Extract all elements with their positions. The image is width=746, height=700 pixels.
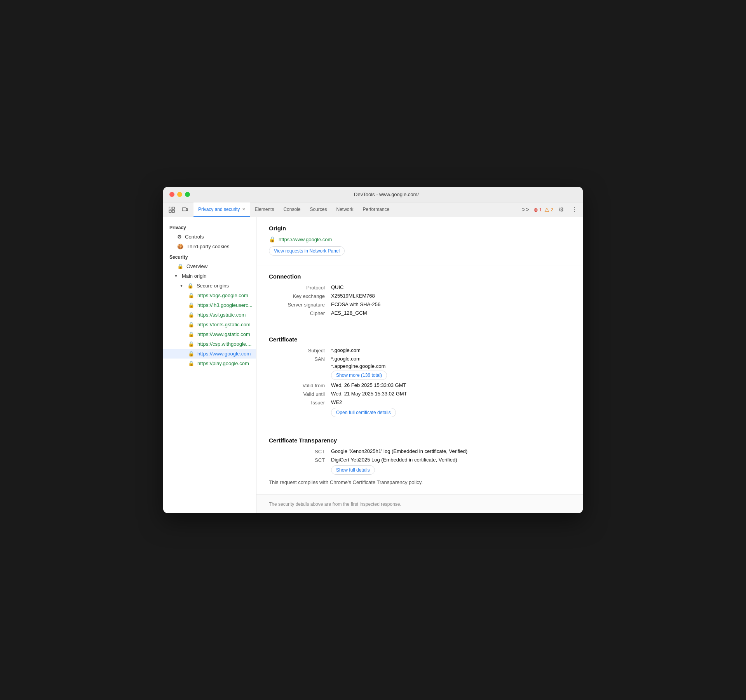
subject-label: Subject xyxy=(269,347,331,353)
tab-privacy-security[interactable]: Privacy and security ✕ xyxy=(193,202,250,217)
sidebar-item-ogs[interactable]: 🔒 https://ogs.google.com xyxy=(163,291,256,300)
valid-from-value: Wed, 26 Feb 2025 15:33:03 GMT xyxy=(331,382,406,388)
tab-performance[interactable]: Performance xyxy=(358,202,394,217)
sidebar-item-third-party-cookies[interactable]: 🍪 Third-party cookies xyxy=(163,242,256,251)
arrow-down-icon: ▼ xyxy=(174,274,178,278)
sidebar-item-lh3[interactable]: 🔒 https://lh3.googleuserc... xyxy=(163,300,256,310)
san-values: *.google.com *.appengine.google.com Show… xyxy=(331,356,387,380)
settings-icon-button[interactable]: ⚙ xyxy=(556,204,566,215)
san-row: SAN *.google.com *.appengine.google.com … xyxy=(269,356,570,380)
sidebar-item-controls-label: Controls xyxy=(185,234,204,240)
sidebar-security-label: Security xyxy=(163,251,256,261)
maximize-button[interactable] xyxy=(185,192,190,197)
more-tabs-button[interactable]: >> xyxy=(520,204,531,215)
valid-until-value: Wed, 21 May 2025 15:33:02 GMT xyxy=(331,391,407,397)
traffic-lights xyxy=(169,192,190,197)
error-circle-icon: ⊗ xyxy=(533,207,538,213)
tabbar-right: >> ⊗ 1 ⚠ 2 ⚙ ⋮ xyxy=(520,204,580,215)
connection-section: Connection Protocol QUIC Key exchange X2… xyxy=(256,265,583,328)
sct1-label: SCT xyxy=(269,448,331,454)
open-details-row: Open full certificate details xyxy=(269,408,570,417)
sidebar-item-controls[interactable]: ⚙ Controls xyxy=(163,232,256,242)
www-google-url: https://www.google.com xyxy=(197,351,251,357)
main-layout: Privacy ⚙ Controls 🍪 Third-party cookies… xyxy=(163,217,583,513)
open-details-spacer xyxy=(269,408,331,408)
cipher-row: Cipher AES_128_GCM xyxy=(269,310,570,316)
svg-rect-5 xyxy=(186,209,188,211)
origin-url: https://www.google.com xyxy=(279,237,332,242)
sidebar: Privacy ⚙ Controls 🍪 Third-party cookies… xyxy=(163,217,256,513)
server-sig-row: Server signature ECDSA with SHA-256 xyxy=(269,301,570,308)
compliance-note: This request complies with Chrome's Cert… xyxy=(269,479,570,485)
svg-rect-4 xyxy=(182,208,186,211)
csp-url: https://csp.withgoogle.... xyxy=(197,341,251,347)
tab-elements[interactable]: Elements xyxy=(250,202,279,217)
main-origin-label: Main origin xyxy=(182,273,207,279)
cookies-icon: 🍪 xyxy=(177,244,183,249)
devtools-window: DevTools - www.google.com/ Pr xyxy=(163,187,583,513)
certificate-title: Certificate xyxy=(269,336,570,343)
key-exchange-label: Key exchange xyxy=(269,293,331,299)
more-options-button[interactable]: ⋮ xyxy=(569,204,580,215)
connection-table: Protocol QUIC Key exchange X25519MLKEM76… xyxy=(269,284,570,316)
window-title: DevTools - www.google.com/ xyxy=(196,192,577,197)
sidebar-item-www-google[interactable]: 🔒 https://www.google.com xyxy=(163,349,256,359)
overview-lock-icon: 🔒 xyxy=(177,263,183,269)
footer-note: The security details above are from the … xyxy=(256,495,583,513)
key-exchange-row: Key exchange X25519MLKEM768 xyxy=(269,293,570,299)
view-requests-button[interactable]: View requests in Network Panel xyxy=(269,246,345,256)
fonts-url: https://fonts.gstatic.com xyxy=(197,322,251,327)
sidebar-item-play[interactable]: 🔒 https://play.google.com xyxy=(163,359,256,368)
sct2-value: DigiCert Yeti2025 Log (Embedded in certi… xyxy=(331,457,457,463)
sidebar-item-www-gstatic[interactable]: 🔒 https://www.gstatic.com xyxy=(163,329,256,339)
protocol-label: Protocol xyxy=(269,284,331,291)
sidebar-item-csp[interactable]: 🔒 https://csp.withgoogle.... xyxy=(163,339,256,349)
open-cert-details-button[interactable]: Open full certificate details xyxy=(331,408,396,417)
sct1-row: SCT Google 'Xenon2025h1' log (Embedded i… xyxy=(269,448,570,454)
tab-close-icon[interactable]: ✕ xyxy=(242,207,245,211)
san-value2: *.appengine.google.com xyxy=(331,363,387,369)
fonts-lock-icon: 🔒 xyxy=(188,322,194,327)
sidebar-item-secure-origins[interactable]: ▼ 🔒 Secure origins xyxy=(163,281,256,291)
sidebar-item-overview[interactable]: 🔒 Overview xyxy=(163,261,256,271)
arrow-down-icon2: ▼ xyxy=(180,284,183,288)
csp-lock-icon: 🔒 xyxy=(188,341,194,347)
minimize-button[interactable] xyxy=(177,192,182,197)
sct1-value: Google 'Xenon2025h1' log (Embedded in ce… xyxy=(331,448,467,454)
svg-rect-3 xyxy=(172,210,174,212)
warning-triangle-icon: ⚠ xyxy=(544,207,549,213)
sidebar-item-main-origin[interactable]: ▼ Main origin xyxy=(163,271,256,281)
tab-network[interactable]: Network xyxy=(331,202,358,217)
origin-section: Origin 🔒 https://www.google.com View req… xyxy=(256,217,583,265)
origin-url-row: 🔒 https://www.google.com xyxy=(269,236,570,242)
sct2-row: SCT DigiCert Yeti2025 Log (Embedded in c… xyxy=(269,457,570,463)
svg-rect-2 xyxy=(169,210,171,212)
sidebar-item-tpc-label: Third-party cookies xyxy=(186,244,230,249)
lh3-lock-icon: 🔒 xyxy=(188,302,194,308)
error-badge: ⊗ 1 ⚠ 2 xyxy=(533,207,553,213)
secure-origins-label: Secure origins xyxy=(197,283,229,289)
show-more-san-button[interactable]: Show more (136 total) xyxy=(331,371,387,380)
sct2-label: SCT xyxy=(269,457,331,463)
transparency-table: SCT Google 'Xenon2025h1' log (Embedded i… xyxy=(269,448,570,475)
inspector-icon-button[interactable] xyxy=(166,204,177,215)
show-full-details-row: Show full details xyxy=(269,465,570,475)
tab-list: Privacy and security ✕ Elements Console … xyxy=(193,202,520,217)
tab-console[interactable]: Console xyxy=(279,202,305,217)
sidebar-item-overview-label: Overview xyxy=(186,263,207,269)
responsive-icon-button[interactable] xyxy=(180,204,190,215)
sidebar-item-ssl[interactable]: 🔒 https://ssl.gstatic.com xyxy=(163,310,256,320)
issuer-label: Issuer xyxy=(269,399,331,406)
connection-title: Connection xyxy=(269,273,570,280)
titlebar: DevTools - www.google.com/ xyxy=(163,187,583,202)
www-gstatic-lock-icon: 🔒 xyxy=(188,331,194,337)
protocol-row: Protocol QUIC xyxy=(269,284,570,291)
transparency-section: Certificate Transparency SCT Google 'Xen… xyxy=(256,429,583,495)
sidebar-item-fonts[interactable]: 🔒 https://fonts.gstatic.com xyxy=(163,320,256,329)
origin-lock-icon: 🔒 xyxy=(269,236,275,242)
show-full-details-button[interactable]: Show full details xyxy=(331,465,375,475)
close-button[interactable] xyxy=(169,192,174,197)
tabbar: Privacy and security ✕ Elements Console … xyxy=(163,202,583,217)
tab-sources[interactable]: Sources xyxy=(305,202,331,217)
sidebar-privacy-label: Privacy xyxy=(163,222,256,232)
